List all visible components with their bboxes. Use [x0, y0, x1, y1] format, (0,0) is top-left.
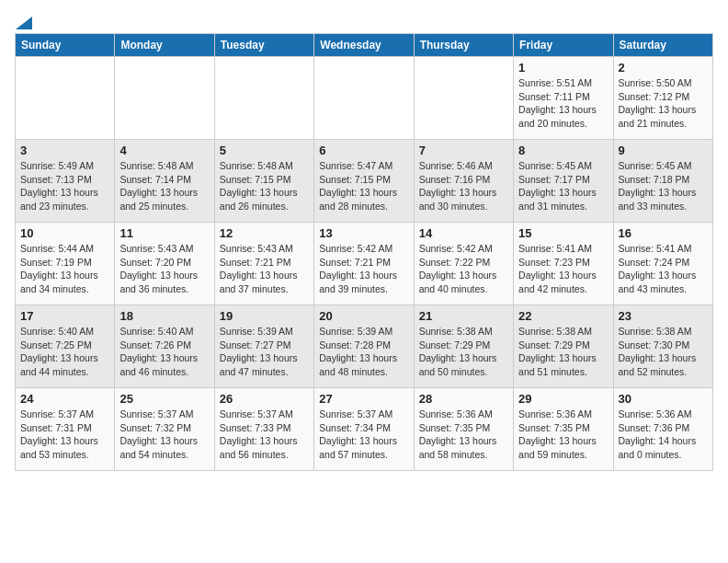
- day-number: 1: [518, 61, 608, 75]
- day-info: Sunrise: 5:37 AMSunset: 7:32 PMDaylight:…: [119, 408, 209, 462]
- day-info: Sunrise: 5:38 AMSunset: 7:30 PMDaylight:…: [619, 325, 708, 379]
- weekday-header-thursday: Thursday: [414, 34, 513, 57]
- calendar-cell: 2Sunrise: 5:50 AMSunset: 7:12 PMDaylight…: [613, 57, 712, 140]
- day-number: 5: [220, 144, 309, 157]
- day-info: Sunrise: 5:48 AMSunset: 7:15 PMDaylight:…: [220, 159, 309, 213]
- day-number: 26: [220, 392, 309, 406]
- day-number: 22: [518, 309, 608, 323]
- svg-marker-0: [16, 17, 32, 29]
- calendar-cell: 8Sunrise: 5:45 AMSunset: 7:17 PMDaylight…: [514, 140, 613, 223]
- calendar-cell: 29Sunrise: 5:36 AMSunset: 7:35 PMDayligh…: [514, 388, 613, 471]
- calendar-cell: 22Sunrise: 5:38 AMSunset: 7:29 PMDayligh…: [514, 305, 613, 388]
- day-number: 3: [20, 144, 109, 157]
- day-info: Sunrise: 5:38 AMSunset: 7:29 PMDaylight:…: [419, 325, 508, 379]
- calendar-cell: 30Sunrise: 5:36 AMSunset: 7:36 PMDayligh…: [613, 388, 712, 471]
- day-number: 2: [619, 61, 708, 75]
- calendar-cell: 12Sunrise: 5:43 AMSunset: 7:21 PMDayligh…: [214, 223, 313, 305]
- calendar-cell: 3Sunrise: 5:49 AMSunset: 7:13 PMDaylight…: [16, 140, 115, 223]
- day-info: Sunrise: 5:43 AMSunset: 7:21 PMDaylight:…: [220, 242, 309, 296]
- day-info: Sunrise: 5:45 AMSunset: 7:18 PMDaylight:…: [619, 159, 708, 213]
- day-number: 15: [518, 226, 608, 240]
- day-number: 28: [419, 392, 508, 406]
- day-number: 4: [119, 144, 209, 157]
- calendar-cell: 13Sunrise: 5:42 AMSunset: 7:21 PMDayligh…: [314, 223, 414, 305]
- calendar-cell: [214, 57, 313, 140]
- calendar-cell: 18Sunrise: 5:40 AMSunset: 7:26 PMDayligh…: [115, 305, 214, 388]
- calendar-cell: 26Sunrise: 5:37 AMSunset: 7:33 PMDayligh…: [214, 388, 313, 471]
- day-number: 29: [518, 392, 608, 406]
- day-info: Sunrise: 5:49 AMSunset: 7:13 PMDaylight:…: [20, 159, 109, 213]
- calendar-cell: 14Sunrise: 5:42 AMSunset: 7:22 PMDayligh…: [414, 223, 513, 305]
- calendar-cell: 27Sunrise: 5:37 AMSunset: 7:34 PMDayligh…: [314, 388, 414, 471]
- day-info: Sunrise: 5:37 AMSunset: 7:34 PMDaylight:…: [319, 408, 408, 462]
- calendar-cell: [16, 57, 115, 140]
- day-info: Sunrise: 5:41 AMSunset: 7:23 PMDaylight:…: [518, 242, 608, 296]
- day-number: 27: [319, 392, 408, 406]
- calendar-cell: 5Sunrise: 5:48 AMSunset: 7:15 PMDaylight…: [214, 140, 313, 223]
- calendar-cell: 24Sunrise: 5:37 AMSunset: 7:31 PMDayligh…: [16, 388, 115, 471]
- weekday-header-friday: Friday: [514, 34, 613, 57]
- day-info: Sunrise: 5:36 AMSunset: 7:35 PMDaylight:…: [419, 408, 508, 462]
- day-number: 9: [619, 144, 708, 157]
- day-number: 16: [619, 226, 708, 240]
- day-number: 17: [20, 309, 109, 323]
- calendar-cell: 7Sunrise: 5:46 AMSunset: 7:16 PMDaylight…: [414, 140, 513, 223]
- day-info: Sunrise: 5:36 AMSunset: 7:36 PMDaylight:…: [619, 408, 708, 462]
- day-info: Sunrise: 5:37 AMSunset: 7:33 PMDaylight:…: [220, 408, 309, 462]
- day-info: Sunrise: 5:48 AMSunset: 7:14 PMDaylight:…: [119, 159, 209, 213]
- day-number: 12: [220, 226, 309, 240]
- calendar-cell: 21Sunrise: 5:38 AMSunset: 7:29 PMDayligh…: [414, 305, 513, 388]
- day-info: Sunrise: 5:40 AMSunset: 7:26 PMDaylight:…: [119, 325, 209, 379]
- day-number: 11: [119, 226, 209, 240]
- calendar-cell: 9Sunrise: 5:45 AMSunset: 7:18 PMDaylight…: [613, 140, 712, 223]
- day-number: 7: [419, 144, 508, 157]
- day-info: Sunrise: 5:39 AMSunset: 7:28 PMDaylight:…: [319, 325, 408, 379]
- weekday-header-saturday: Saturday: [613, 34, 712, 57]
- calendar-cell: 11Sunrise: 5:43 AMSunset: 7:20 PMDayligh…: [115, 223, 214, 305]
- day-number: 21: [419, 309, 508, 323]
- day-number: 18: [119, 309, 209, 323]
- day-number: 13: [319, 226, 408, 240]
- day-number: 8: [518, 144, 608, 157]
- weekday-header-monday: Monday: [115, 34, 214, 57]
- calendar-cell: 1Sunrise: 5:51 AMSunset: 7:11 PMDaylight…: [514, 57, 613, 140]
- page-header: [15, 15, 713, 26]
- calendar-cell: [314, 57, 414, 140]
- day-number: 19: [220, 309, 309, 323]
- day-info: Sunrise: 5:46 AMSunset: 7:16 PMDaylight:…: [419, 159, 508, 213]
- calendar-cell: 4Sunrise: 5:48 AMSunset: 7:14 PMDaylight…: [115, 140, 214, 223]
- day-info: Sunrise: 5:51 AMSunset: 7:11 PMDaylight:…: [518, 76, 608, 131]
- day-number: 25: [119, 392, 209, 406]
- calendar-cell: 23Sunrise: 5:38 AMSunset: 7:30 PMDayligh…: [613, 305, 712, 388]
- day-info: Sunrise: 5:42 AMSunset: 7:21 PMDaylight:…: [319, 242, 408, 296]
- day-info: Sunrise: 5:50 AMSunset: 7:12 PMDaylight:…: [619, 76, 708, 131]
- calendar-cell: 19Sunrise: 5:39 AMSunset: 7:27 PMDayligh…: [214, 305, 313, 388]
- calendar-cell: 6Sunrise: 5:47 AMSunset: 7:15 PMDaylight…: [314, 140, 414, 223]
- calendar-cell: 20Sunrise: 5:39 AMSunset: 7:28 PMDayligh…: [314, 305, 414, 388]
- weekday-header-tuesday: Tuesday: [214, 34, 313, 57]
- day-info: Sunrise: 5:38 AMSunset: 7:29 PMDaylight:…: [518, 325, 608, 379]
- day-number: 14: [419, 226, 508, 240]
- calendar-cell: 10Sunrise: 5:44 AMSunset: 7:19 PMDayligh…: [16, 223, 115, 305]
- day-number: 23: [619, 309, 708, 323]
- day-number: 24: [20, 392, 109, 406]
- calendar-cell: 15Sunrise: 5:41 AMSunset: 7:23 PMDayligh…: [514, 223, 613, 305]
- day-info: Sunrise: 5:40 AMSunset: 7:25 PMDaylight:…: [20, 325, 109, 379]
- calendar-table: SundayMondayTuesdayWednesdayThursdayFrid…: [15, 33, 713, 471]
- day-info: Sunrise: 5:36 AMSunset: 7:35 PMDaylight:…: [518, 408, 608, 462]
- logo-icon: [16, 13, 32, 29]
- calendar-cell: 16Sunrise: 5:41 AMSunset: 7:24 PMDayligh…: [613, 223, 712, 305]
- calendar-cell: [414, 57, 513, 140]
- day-number: 10: [20, 226, 109, 240]
- weekday-header-sunday: Sunday: [16, 34, 115, 57]
- day-info: Sunrise: 5:47 AMSunset: 7:15 PMDaylight:…: [319, 159, 408, 213]
- calendar-cell: 25Sunrise: 5:37 AMSunset: 7:32 PMDayligh…: [115, 388, 214, 471]
- day-info: Sunrise: 5:45 AMSunset: 7:17 PMDaylight:…: [518, 159, 608, 213]
- logo: [15, 15, 32, 26]
- weekday-header-wednesday: Wednesday: [314, 34, 414, 57]
- day-info: Sunrise: 5:41 AMSunset: 7:24 PMDaylight:…: [619, 242, 708, 296]
- day-info: Sunrise: 5:44 AMSunset: 7:19 PMDaylight:…: [20, 242, 109, 296]
- day-info: Sunrise: 5:37 AMSunset: 7:31 PMDaylight:…: [20, 408, 109, 462]
- calendar-cell: 28Sunrise: 5:36 AMSunset: 7:35 PMDayligh…: [414, 388, 513, 471]
- calendar-cell: [115, 57, 214, 140]
